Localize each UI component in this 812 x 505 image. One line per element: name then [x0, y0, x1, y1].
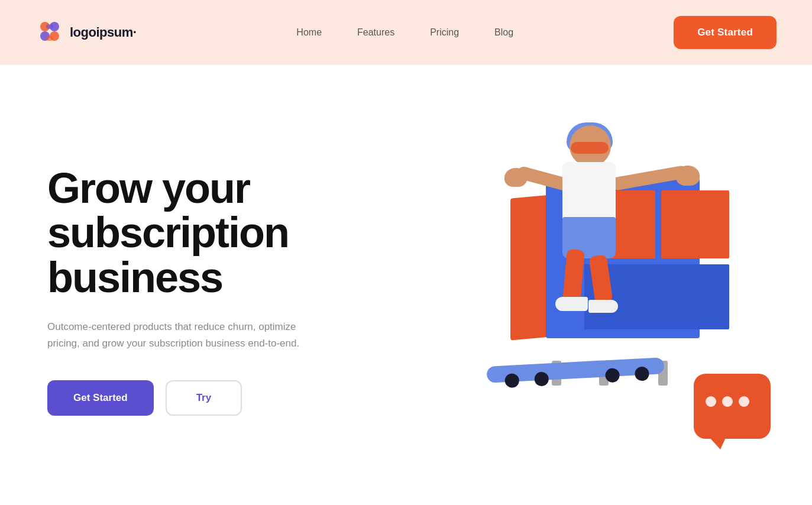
- hero-content: Grow your subscription business Outcome-…: [47, 166, 308, 416]
- hero-get-started-button[interactable]: Get Started: [47, 380, 154, 416]
- logo-text: logoipsum·: [70, 25, 136, 40]
- nav-blog[interactable]: Blog: [494, 27, 513, 38]
- skate-wheel-3: [605, 368, 620, 383]
- glasses: [571, 142, 609, 154]
- torso: [562, 162, 616, 221]
- cabinet-inner-top-right: [661, 190, 729, 258]
- chat-dot-1: [706, 396, 716, 407]
- skate-wheel-1: [504, 373, 519, 388]
- hand-right: [676, 166, 700, 186]
- hand-left: [504, 168, 527, 187]
- svg-rect-5: [46, 36, 53, 41]
- hero-title: Grow your subscription business: [47, 166, 308, 300]
- header-get-started-button[interactable]: Get Started: [674, 16, 777, 49]
- hero-try-button[interactable]: Try: [166, 380, 242, 416]
- logo-area: logoipsum·: [35, 18, 136, 47]
- skate-wheel-2: [534, 371, 549, 386]
- hero-subtitle: Outcome-centered products that reduce ch…: [47, 319, 308, 352]
- site-header: logoipsum· Home Features Pricing Blog Ge…: [0, 0, 812, 65]
- chat-dots: [706, 396, 749, 407]
- logo-icon: [35, 18, 64, 47]
- nav-pricing[interactable]: Pricing: [430, 27, 459, 38]
- chat-bubble: [694, 374, 771, 439]
- shoe-left: [555, 297, 588, 311]
- nav-features[interactable]: Features: [357, 27, 394, 38]
- skate-wheel-4: [635, 367, 649, 381]
- chat-dot-2: [722, 396, 733, 407]
- main-nav: Home Features Pricing Blog: [296, 27, 513, 38]
- nav-home[interactable]: Home: [296, 27, 322, 38]
- svg-rect-4: [46, 24, 53, 29]
- chat-dot-3: [739, 396, 749, 407]
- hero-buttons: Get Started Try: [47, 380, 308, 416]
- scene: [451, 125, 777, 457]
- hero-illustration: [434, 114, 777, 468]
- hero-section: Grow your subscription business Outcome-…: [0, 65, 812, 505]
- shoe-right: [588, 300, 618, 313]
